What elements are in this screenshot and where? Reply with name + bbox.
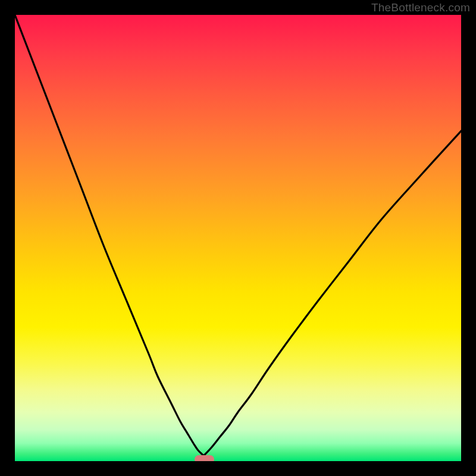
curve-right-branch [203, 131, 461, 456]
watermark-text: TheBottleneck.com [371, 1, 470, 14]
curve-left-branch [15, 15, 203, 456]
bottleneck-curve [15, 15, 461, 461]
outer-frame: TheBottleneck.com [0, 0, 476, 476]
plot-area [15, 15, 461, 461]
optimum-marker [195, 455, 214, 461]
